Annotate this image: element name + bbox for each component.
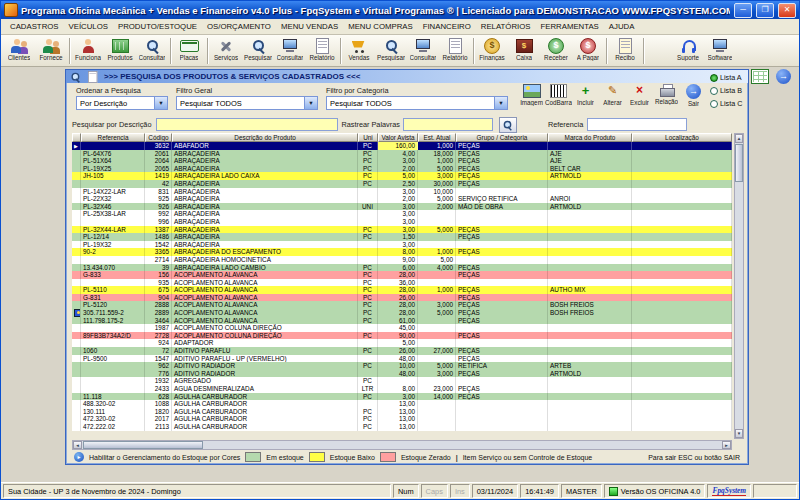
table-row[interactable]: PL-5110675ACOPLAMENTO ALAVANCAPC28,001,0… [72, 286, 732, 294]
table-row[interactable]: 996ABRAÇADEIRA3,00 [72, 218, 732, 226]
table-row[interactable]: PL-25X38-LAR992ABRAÇADEIRA3,00 [72, 210, 732, 218]
table-row[interactable]: PL-51202888ACOPLAMENTO ALAVANCAPC28,003,… [72, 301, 732, 309]
vertical-scrollbar[interactable]: ▲ ▼ [734, 133, 744, 439]
toolbar-financas-button[interactable]: $Finanças [476, 36, 508, 66]
table-row[interactable]: PL-64X762061ABRAÇADEIRAPC4,0018,000PEÇAS… [72, 150, 732, 158]
alterar-button[interactable]: ✎Alterar [599, 84, 626, 107]
table-row[interactable]: 488.320-021088AGULHA CARBURADOR13,00 [72, 400, 732, 408]
toolbar-clientes-button[interactable]: Clientes [3, 36, 35, 66]
radio-lista-c[interactable]: Lista C [710, 99, 742, 108]
menu-cadastros[interactable]: CADASTROS [5, 21, 64, 32]
search-button[interactable] [499, 117, 517, 133]
toolbar-consultar-button[interactable]: Consultar [136, 36, 168, 66]
table-row[interactable]: PL-32X46926ABRAÇADEIRAUNI3,002,000MÃO DE… [72, 203, 732, 211]
table-row[interactable]: PL-95001547ADITIVO PARAFLU - UP (VERMELH… [72, 355, 732, 363]
menu-os-orcamento[interactable]: OS/ORÇAMENTO [202, 21, 276, 32]
table-row[interactable]: PL-14X22-LAR831ABRAÇADEIRA3,0010,000 [72, 188, 732, 196]
menu-relatorios[interactable]: RELATÓRIOS [476, 21, 536, 32]
stock-color-toggle-icon[interactable]: ▸ [74, 452, 84, 462]
minimize-button[interactable]: ─ [734, 3, 752, 18]
scroll-up-icon[interactable]: ▲ [735, 134, 743, 143]
radio-lista-a[interactable]: Lista A [710, 73, 742, 82]
table-row[interactable]: 106072ADITIVO PARAFLUPC26,0027,000PEÇAS [72, 347, 732, 355]
maximize-button[interactable]: ❐ [756, 3, 774, 18]
toolbar-consultar-button[interactable]: Consultar [274, 36, 306, 66]
table-row[interactable]: 89FB3B734A2/D2728ACOPLAMENTO COLUNA DIRE… [72, 332, 732, 340]
toolbar-produtos-button[interactable]: Produtos [104, 36, 136, 66]
scroll-left-icon[interactable]: ◄ [73, 441, 82, 449]
track-words-input[interactable] [403, 118, 493, 131]
table-row[interactable]: 2714ABRAÇADEIRA HOMOCINETICA9,005,00 [72, 256, 732, 264]
column-header-grupo-categoria[interactable]: Grupo / Categoria [456, 133, 548, 142]
table-row[interactable]: 924ADAPTADOR5,00 [72, 339, 732, 347]
menu-menu-compras[interactable]: MENU COMPRAS [343, 21, 418, 32]
incluir-button[interactable]: +Incluir [572, 84, 599, 107]
table-row[interactable]: PL-19X252065ABRAÇADEIRAPC2,005,000PEÇASB… [72, 165, 732, 173]
column-header-uni[interactable]: Uni [358, 133, 378, 142]
table-row[interactable]: ▶3632ABAFADORPC160,001,000PEÇAS [72, 142, 732, 150]
sair-button[interactable]: →Sair [680, 84, 707, 107]
column-header-descricao-do-produto[interactable]: Descrição do Produto [172, 133, 358, 142]
table-row[interactable]: 130.1111820AGULHA CARBURADORPC13,00 [72, 408, 732, 416]
column-header-valor-avista[interactable]: Valor Avista [378, 133, 418, 142]
table-row[interactable]: 1932AGREGADOPC [72, 377, 732, 385]
toolbar-software-button[interactable]: Software [704, 36, 736, 66]
column-header-localizacao[interactable]: Localização [632, 133, 732, 142]
horizontal-scrollbar[interactable]: ◄ ► [72, 440, 732, 450]
table-row[interactable]: 472.320-022017AGULHA CARBURADORPC13,00 [72, 415, 732, 423]
table-row[interactable]: PL-51X642064ABRAÇADEIRAPC3,001,000PEÇASA… [72, 157, 732, 165]
toolbar-servicos-button[interactable]: Serviços [210, 36, 242, 66]
excluir-button[interactable]: ×Excluir [626, 84, 653, 107]
search-description-input[interactable] [156, 118, 338, 131]
toolbar-placas-button[interactable]: Placas [173, 36, 205, 66]
toolbar-suporte-button[interactable]: Suporte [672, 36, 704, 66]
table-row[interactable]: 962ADITIVO RADIADORPC10,005,000RETIFICAA… [72, 362, 732, 370]
category-filter-select[interactable]: Pesquisar TODOS [326, 96, 508, 110]
menu-veiculos[interactable]: VEÍCULOS [64, 21, 113, 32]
toolbar-receber-button[interactable]: $Receber [540, 36, 572, 66]
menu-menu-vendas[interactable]: MENU VENDAS [276, 21, 343, 32]
imagem-button[interactable]: Imagem [518, 84, 545, 107]
toolbar-relatorio-button[interactable]: Relatório [439, 36, 471, 66]
toolbar-fornece-button[interactable]: Fornece [35, 36, 67, 66]
table-row[interactable]: G-831904ACOPLAMENTO ALAVANCAPC26,00PEÇAS [72, 294, 732, 302]
order-filter-select[interactable]: Por Descrição [76, 96, 168, 110]
toolbar-consultar-button[interactable]: Consultar [407, 36, 439, 66]
reference-input[interactable] [587, 118, 687, 131]
column-header-est-atual[interactable]: Est. Atual [418, 133, 456, 142]
exit-shortcut-icon[interactable]: → [776, 69, 791, 84]
general-filter-select[interactable]: Pesquisar TODOS [176, 96, 318, 110]
table-row[interactable]: 13.434.07039ABRAÇADEIRA LADO CAMBIOPC6,0… [72, 264, 732, 272]
table-row[interactable]: 111.798.175-23464ACOPLAMENTO ALAVANCAPC6… [72, 317, 732, 325]
table-row[interactable]: 90-23365ABRAÇADEIRA DO ESCAPAMENTO8,001,… [72, 248, 732, 256]
toolbar-caixa-button[interactable]: $Caixa [508, 36, 540, 66]
toolbar-vendas-button[interactable]: Vendas [343, 36, 375, 66]
table-row[interactable]: PL-19X321542ABRAÇADEIRA3,00 [72, 241, 732, 249]
table-row[interactable]: PL-12/141486ABRAÇADEIRAPC1,50PEÇAS [72, 233, 732, 241]
scroll-right-icon[interactable]: ► [722, 441, 731, 449]
table-row[interactable]: 935ACOPLAMENTO ALAVANCAPC36,00 [72, 279, 732, 287]
codbarra-button[interactable]: CodBarra [545, 84, 572, 107]
grid-shortcut-icon[interactable] [751, 69, 769, 84]
menu-ajuda[interactable]: AJUDA [604, 21, 640, 32]
relacao-button[interactable]: Relação [653, 84, 680, 107]
column-header-codigo[interactable]: Código [145, 133, 172, 142]
table-row[interactable]: 11.118628AGULHA CARBURADORPC3,0014,000PE… [72, 393, 732, 401]
menu-ferramentas[interactable]: FERRAMENTAS [535, 21, 603, 32]
toolbar-relatorio-button[interactable]: Relatório [306, 36, 338, 66]
scroll-thumb[interactable] [735, 144, 743, 182]
table-row[interactable]: PL-22X32925ABRAÇADEIRA2,005,000SERVIÇO R… [72, 195, 732, 203]
table-row[interactable]: JH-1051419ABRAÇADEIRA LADO CAIXAPC5,003,… [72, 172, 732, 180]
table-row[interactable]: 2433AGUA DESMINERALIZADALTR8,0023,000PEÇ… [72, 385, 732, 393]
table-row[interactable]: 42ABRAÇADEIRAPC2,5030,000PEÇAS [72, 180, 732, 188]
table-row[interactable]: G-833156ACOPLAMENTO ALAVANCAPC28,00PEÇAS [72, 271, 732, 279]
close-button[interactable]: ✕ [778, 3, 796, 18]
column-header-marca-do-produto[interactable]: Marca do Produto [548, 133, 632, 142]
table-row[interactable]: 1987ACOPLAMENTO COLUNA DIREÇÃO45,00 [72, 324, 732, 332]
column-header-referencia[interactable]: Referencia [81, 133, 145, 142]
toolbar-pesquisar-button[interactable]: Pesquisar [375, 36, 407, 66]
menu-produto-estoque[interactable]: PRODUTO/ESTOQUE [113, 21, 202, 32]
scroll-thumb-horizontal[interactable] [83, 441, 203, 449]
toolbar-recibo-button[interactable]: Recibo [609, 36, 641, 66]
menu-financeiro[interactable]: FINANCEIRO [418, 21, 476, 32]
